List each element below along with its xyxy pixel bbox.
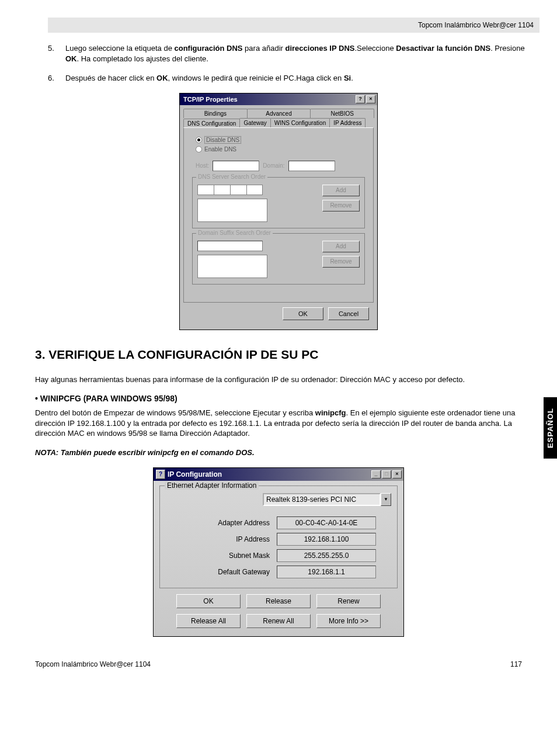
- tab-ip-address[interactable]: IP Address: [329, 118, 365, 127]
- add-button[interactable]: Add: [322, 185, 360, 196]
- dialog-title: TCP/IP Properties: [183, 96, 354, 103]
- list-item-6: 6. Después de hacer click en OK, windows…: [48, 73, 539, 84]
- tab-gateway[interactable]: Gateway: [239, 118, 270, 127]
- cancel-button[interactable]: Cancel: [328, 307, 369, 320]
- domain-label: Domain:: [263, 162, 284, 169]
- tab-wins-config[interactable]: WINS Configuration: [270, 118, 330, 127]
- maximize-icon[interactable]: □: [382, 470, 391, 478]
- more-info-button[interactable]: More Info >>: [316, 614, 381, 628]
- ip-address-value: 192.168.1.100: [277, 533, 376, 546]
- help-icon[interactable]: ?: [356, 95, 365, 103]
- tab-bindings[interactable]: Bindings: [183, 109, 248, 118]
- ethernet-adapter-fieldset: Ethernet Adapter Information Realtek 813…: [159, 485, 398, 588]
- ok-button[interactable]: OK: [176, 594, 241, 608]
- header-product: Topcom Inalámbrico Webr@cer 1104: [418, 21, 534, 29]
- domain-input[interactable]: [288, 161, 335, 171]
- list-item-5: 5. Luego seleccione la etiqueta de confi…: [48, 43, 539, 64]
- dns-ip-input[interactable]: [197, 185, 267, 195]
- radio-disable-dns[interactable]: Disable DNS: [196, 136, 367, 144]
- dialog-titlebar[interactable]: ? IP Configuration _ □ ×: [154, 468, 403, 481]
- renew-button[interactable]: Renew: [316, 594, 381, 608]
- app-icon: ?: [156, 470, 165, 479]
- section-note: NOTA: También puede escribir winipcfg en…: [35, 448, 522, 457]
- item-text: Luego seleccione la etiqueta de configur…: [65, 43, 539, 64]
- section-heading: 3. VERIFIQUE LA CONFIGURACIÓN IP DE SU P…: [35, 348, 539, 362]
- adapter-address-value: 00-C0-4C-A0-14-0E: [277, 516, 376, 529]
- subnet-mask-value: 255.255.255.0: [277, 549, 376, 562]
- adapter-address-label: Adapter Address: [166, 519, 277, 527]
- radio-icon: [196, 146, 202, 152]
- tabs-row-1: Bindings Advanced NetBIOS: [183, 109, 374, 118]
- footer-left: Topcom Inalámbrico Webr@cer 1104: [35, 660, 151, 668]
- dialog-titlebar[interactable]: TCP/IP Properties ? ×: [180, 93, 377, 105]
- item-text: Después de hacer click en OK, windows le…: [65, 73, 539, 84]
- ip-address-label: IP Address: [166, 535, 277, 543]
- adapter-select[interactable]: Realtek 8139-series PCI NIC ▼: [263, 493, 391, 506]
- close-icon[interactable]: ×: [392, 470, 402, 478]
- dialog-title: IP Configuration: [168, 470, 370, 478]
- page-header: Topcom Inalámbrico Webr@cer 1104: [48, 18, 539, 33]
- page-footer: Topcom Inalámbrico Webr@cer 1104 117: [18, 649, 539, 668]
- host-input[interactable]: [213, 161, 259, 171]
- tab-pane-dns: Disable DNS Enable DNS Host: Domain: DNS…: [183, 127, 374, 303]
- section-para: Hay algunas herramientas buenas para inf…: [35, 374, 522, 385]
- dns-search-order-group: DNS Server Search Order Add Remove: [192, 177, 365, 228]
- suffix-list[interactable]: [197, 255, 267, 278]
- add-button[interactable]: Add: [322, 241, 360, 252]
- minimize-icon[interactable]: _: [371, 470, 381, 478]
- language-tab: ESPAÑOL: [544, 397, 557, 459]
- domain-suffix-group: Domain Suffix Search Order Add Remove: [192, 233, 365, 285]
- default-gateway-value: 192.168.1.1: [277, 566, 376, 578]
- close-icon[interactable]: ×: [366, 95, 375, 103]
- tcpip-properties-dialog: TCP/IP Properties ? × Bindings Advanced …: [179, 93, 378, 330]
- radio-enable-dns[interactable]: Enable DNS: [196, 146, 367, 152]
- remove-button[interactable]: Remove: [322, 200, 360, 211]
- section-para: Dentro del botón de Empezar de windows 9…: [35, 408, 522, 439]
- ok-button[interactable]: OK: [283, 307, 323, 320]
- dns-list[interactable]: [197, 199, 267, 222]
- ip-configuration-dialog: ? IP Configuration _ □ × Ethernet Adapte…: [153, 467, 404, 637]
- host-label: Host:: [196, 162, 209, 169]
- tabs-row-2: DNS Configuration Gateway WINS Configura…: [183, 118, 374, 127]
- chevron-down-icon[interactable]: ▼: [381, 493, 391, 506]
- subnet-mask-label: Subnet Mask: [166, 552, 277, 560]
- default-gateway-label: Default Gateway: [166, 568, 277, 576]
- suffix-input[interactable]: [197, 241, 263, 251]
- remove-button[interactable]: Remove: [322, 256, 360, 268]
- tab-dns-config[interactable]: DNS Configuration: [183, 119, 240, 128]
- renew-all-button[interactable]: Renew All: [246, 614, 311, 628]
- tab-netbios[interactable]: NetBIOS: [310, 109, 374, 118]
- release-all-button[interactable]: Release All: [176, 614, 241, 628]
- tab-advanced[interactable]: Advanced: [247, 109, 311, 118]
- footer-page-number: 117: [510, 660, 522, 668]
- subsection-heading: • WINIPCFG (PARA WINDOWS 95/98): [35, 394, 522, 403]
- item-number: 6.: [48, 73, 65, 84]
- item-number: 5.: [48, 43, 65, 64]
- release-button[interactable]: Release: [246, 594, 311, 608]
- radio-icon: [196, 137, 202, 143]
